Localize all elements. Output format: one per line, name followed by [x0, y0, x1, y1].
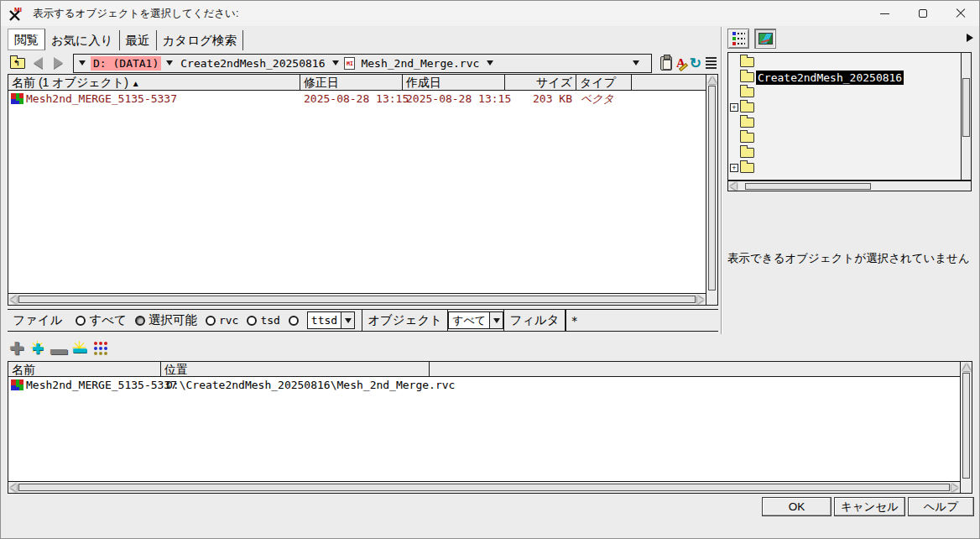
radio-selectable-files-label[interactable]: 選択可能	[149, 312, 197, 328]
ok-button[interactable]: OK	[762, 497, 831, 516]
help-button[interactable]: ヘルプ	[908, 497, 974, 516]
list-options-icon[interactable]	[706, 57, 717, 70]
scroll-up-icon[interactable]	[708, 76, 717, 84]
object-list-vertical-scrollbar[interactable]	[706, 75, 717, 305]
scrollbar-thumb[interactable]	[745, 183, 871, 190]
chevron-down-icon[interactable]	[166, 60, 173, 65]
column-header-modified[interactable]: 修正日	[300, 75, 403, 91]
scrollbar-thumb[interactable]	[962, 78, 970, 137]
selected-object-location: D:\Create2ndMesh_20250816\Mesh_2nd_Merge…	[166, 378, 455, 392]
scroll-left-icon[interactable]	[10, 296, 17, 304]
breadcrumb-drive[interactable]: D: (DATA1)	[91, 56, 161, 71]
rename-icon[interactable]: A	[676, 56, 685, 71]
preview-empty-message: 表示できるオブジェクトが選択されていません	[727, 251, 976, 266]
scroll-right-icon[interactable]	[697, 296, 704, 304]
folder-up-button[interactable]: ↰	[8, 55, 28, 72]
navigation-tools: A ↻	[660, 56, 717, 71]
back-button[interactable]	[28, 55, 48, 72]
radio-rvc-files-label[interactable]: rvc	[219, 314, 238, 327]
scrollbar-thumb[interactable]	[962, 373, 970, 479]
column-header-created[interactable]: 作成日	[403, 75, 505, 91]
chevron-down-icon[interactable]	[332, 60, 339, 65]
extension-select[interactable]: ttsd	[307, 311, 355, 329]
minus-icon: ▬	[73, 341, 86, 356]
tree-item[interactable]	[728, 145, 971, 160]
toolbar-overflow-icon[interactable]	[967, 34, 973, 42]
tree-item[interactable]: +	[728, 160, 971, 175]
dropdown-button[interactable]	[489, 312, 503, 328]
object-group-button[interactable]	[91, 339, 110, 358]
selected-object-row[interactable]: Mesh2nd_MERGE_5135-5337 D:\Create2ndMesh…	[8, 378, 960, 393]
column-header-type[interactable]: タイプ	[576, 75, 632, 91]
maximize-button[interactable]	[904, 1, 941, 26]
tab-browse[interactable]: 閲覧	[8, 29, 45, 50]
folder-icon	[740, 133, 754, 143]
tree-item-selected[interactable]: Create2ndMesh_20250816	[728, 70, 971, 85]
tree-item[interactable]: +	[728, 100, 971, 115]
radio-all-files[interactable]	[76, 316, 86, 326]
add-all-objects-button[interactable]: ✳ ✚	[29, 339, 47, 358]
close-button[interactable]	[941, 1, 979, 26]
object-modified-date: 2025-08-28 13:15	[304, 92, 409, 107]
breadcrumb-dropdown-icon[interactable]	[633, 60, 639, 65]
refresh-icon[interactable]: ↻	[690, 56, 701, 71]
column-header-location[interactable]: 位置	[161, 362, 430, 377]
tree-horizontal-scrollbar[interactable]	[727, 181, 972, 191]
scrollbar-thumb[interactable]	[708, 86, 716, 290]
selection-vertical-scrollbar[interactable]	[960, 362, 972, 493]
tree-vertical-scrollbar[interactable]	[961, 53, 971, 180]
add-object-button[interactable]: ✚	[8, 339, 26, 358]
breadcrumb-folder[interactable]: Create2ndMesh_20250816	[178, 56, 327, 71]
object-type-select[interactable]: すべて	[448, 311, 503, 329]
details-view-button[interactable]	[727, 29, 749, 49]
scroll-left-icon[interactable]	[730, 182, 737, 191]
tab-recent[interactable]: 最近	[120, 30, 157, 50]
radio-rvc-files[interactable]	[206, 316, 216, 326]
scroll-left-icon[interactable]	[10, 484, 17, 492]
cancel-button[interactable]: キャンセル	[834, 497, 905, 516]
object-row[interactable]: Mesh2nd_MERGE_5135-5337 2025-08-28 13:15…	[8, 92, 706, 107]
column-header-size[interactable]: サイズ	[505, 75, 576, 91]
folder-icon	[740, 72, 754, 82]
radio-custom-ext[interactable]	[289, 316, 299, 326]
remove-all-objects-button[interactable]: ✳ ▬	[70, 339, 89, 358]
column-header-name[interactable]: 名前	[8, 362, 161, 377]
folder-up-icon: ↰	[10, 58, 25, 69]
radio-tsd-files[interactable]	[247, 316, 257, 326]
chevron-down-icon[interactable]	[79, 60, 86, 65]
object-list-horizontal-scrollbar[interactable]	[8, 293, 706, 305]
folder-icon	[740, 87, 754, 97]
scrollbar-thumb[interactable]	[18, 296, 696, 303]
minimize-icon	[880, 13, 889, 14]
tree-item[interactable]	[728, 115, 971, 130]
scroll-right-icon[interactable]	[951, 484, 958, 492]
selection-horizontal-scrollbar[interactable]	[8, 481, 960, 493]
chevron-down-icon[interactable]	[487, 60, 493, 65]
radio-all-files-label[interactable]: すべて	[89, 312, 127, 328]
radio-tsd-files-label[interactable]: tsd	[260, 314, 279, 327]
tab-favorites[interactable]: お気に入り	[45, 30, 120, 50]
scroll-up-icon[interactable]	[962, 364, 971, 371]
expand-icon[interactable]: +	[730, 164, 738, 172]
plus-icon: ✚	[32, 341, 43, 357]
expand-icon[interactable]: +	[730, 103, 738, 112]
scrollbar-thumb[interactable]	[18, 484, 950, 491]
selected-object-name: Mesh2nd_MERGE_5135-5337	[26, 378, 177, 392]
column-header-name[interactable]: 名前 (1 オブジェクト) ▲	[8, 75, 300, 91]
selection-toolbar: ✚ ✳ ✚ ▬ ✳ ▬	[8, 338, 110, 358]
extension-select-value: ttsd	[308, 314, 341, 327]
paste-path-icon[interactable]	[660, 56, 672, 71]
panel-divider[interactable]	[721, 27, 722, 334]
tab-catalog-search[interactable]: カタログ検索	[157, 30, 243, 50]
tree-item[interactable]	[728, 130, 971, 145]
minimize-button[interactable]	[866, 1, 904, 26]
preview-view-button[interactable]	[754, 29, 776, 49]
tree-item[interactable]	[728, 55, 971, 70]
filter-pattern-input[interactable]	[566, 310, 727, 331]
radio-selectable-files[interactable]	[135, 316, 145, 326]
remove-object-button[interactable]: ▬	[50, 339, 68, 358]
breadcrumb-file[interactable]: Mesh_2nd_Merge.rvc	[358, 56, 482, 71]
tree-item[interactable]	[728, 85, 971, 100]
forward-button[interactable]	[48, 55, 68, 72]
dropdown-button[interactable]	[341, 312, 354, 328]
